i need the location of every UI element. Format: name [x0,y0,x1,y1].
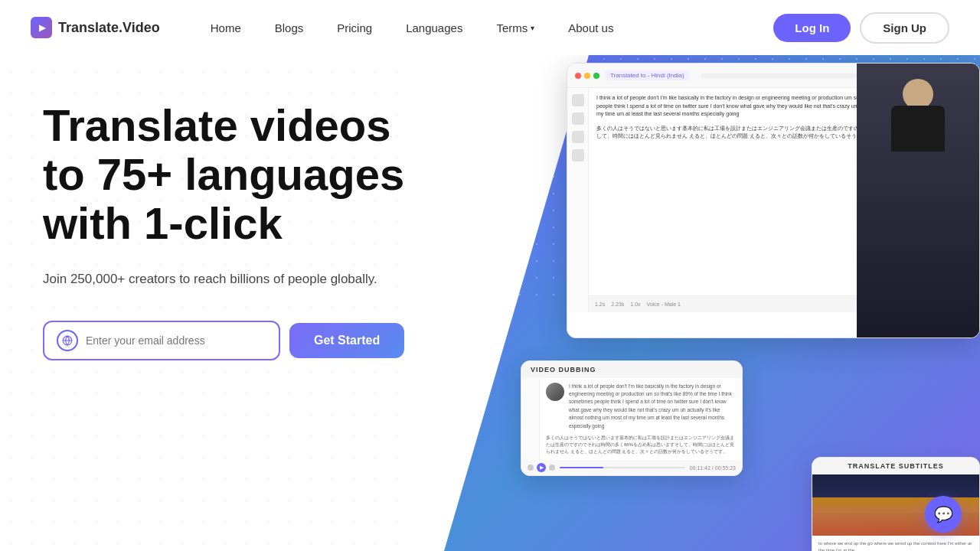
dubbing-body: I think a lot of people don't I'm like b… [521,378,742,460]
person-body [891,106,945,152]
dubbing-sidebar [521,378,540,460]
nav-links: Home Blogs Pricing Languages Terms ▾ Abo… [197,15,774,41]
subtitles-header: TRANSLATE SUBTITLES [812,458,979,474]
speaker-avatar [546,383,564,401]
hero-left: Translate videos to 75+ languages with 1… [43,86,426,360]
app-screenshot-main: Translated to - Hindi (India) Export I t… [567,63,980,338]
prev-button[interactable] [528,465,534,471]
nav-languages[interactable]: Languages [392,15,476,41]
dubbing-content: I think a lot of people don't I'm like b… [540,378,742,460]
nav-pricing[interactable]: Pricing [323,15,386,41]
dubbing-row: I think a lot of people don't I'm like b… [546,383,736,430]
login-button[interactable]: Log In [773,14,851,42]
app-sidebar [567,88,589,312]
app-body: I think a lot of people don't I'm like b… [567,88,979,312]
brand-name: Translate.Video [58,20,160,36]
player-time: 00:11:42 / 00:55:23 [690,465,736,471]
email-input[interactable] [86,334,266,347]
sidebar-icon-1 [572,94,584,106]
minimize-dot [584,73,590,79]
nav-terms[interactable]: Terms ▾ [482,15,548,41]
video-dubbing-card: VIDEO DUBBING I think a lot of people do… [521,360,743,476]
video-thumbnail [857,64,979,337]
video-dubbing-header: VIDEO DUBBING [521,361,742,378]
dubbing-transcript: I think a lot of people don't I'm like b… [569,383,736,430]
logo[interactable]: Translate.Video [31,17,160,38]
sidebar-icon-2 [572,112,584,125]
signup-button[interactable]: Sign Up [860,12,949,44]
logo-icon [31,17,52,38]
dubbing-player: ▶ 00:11:42 / 00:55:23 [521,460,742,475]
translated-label: Translated to - Hindi (India) [606,70,689,80]
window-controls [575,73,599,79]
email-input-wrapper[interactable] [43,321,280,360]
nav-about[interactable]: About us [554,15,627,41]
chat-icon: 💬 [934,505,953,523]
hero-subtitle: Join 250,000+ creators to reach billions… [43,269,426,289]
maximize-dot [593,73,599,79]
main-content: Translate videos to 75+ languages with 1… [0,55,980,551]
terms-chevron-icon: ▾ [531,24,534,32]
hero-screenshots: Translated to - Hindi (India) Export I t… [521,63,980,551]
dubbing-japanese: 多くの人はそうではないと思います基本的に私は工場を設計またはエンジニアリング会議… [546,435,736,455]
play-button[interactable]: ▶ [537,463,546,472]
sidebar-icon-3 [572,131,584,143]
person-silhouette [857,64,979,337]
nav-blogs[interactable]: Blogs [261,15,318,41]
navbar: Translate.Video Home Blogs Pricing Langu… [0,0,980,55]
get-started-button[interactable]: Get Started [289,323,404,358]
nav-home[interactable]: Home [197,15,255,41]
globe-icon [57,330,78,351]
player-controls: ▶ [528,463,555,472]
email-form: Get Started [43,321,426,360]
next-button[interactable] [549,465,555,471]
hero-title: Translate videos to 75+ languages with 1… [43,101,426,247]
person-head [903,79,933,109]
sidebar-icon-4 [572,149,584,161]
player-progress [560,467,685,468]
nav-actions: Log In Sign Up [773,12,949,44]
chat-button[interactable]: 💬 [925,496,962,533]
close-dot [575,73,581,79]
subtitles-text-content: to where we end up the go where we wired… [812,536,979,551]
player-progress-fill [560,467,603,468]
